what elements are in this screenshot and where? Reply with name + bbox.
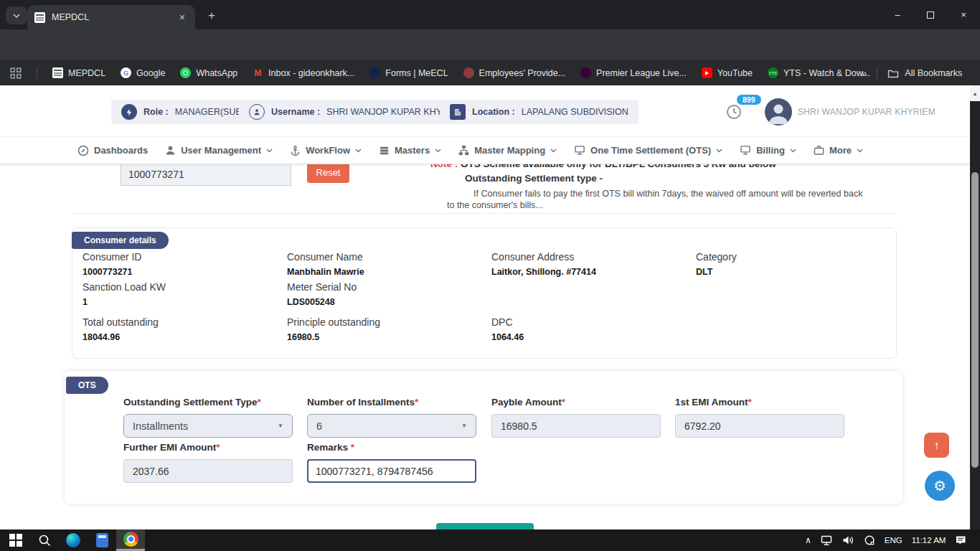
role-bolt-icon <box>121 104 137 120</box>
taskbar-edge-button[interactable] <box>59 529 88 551</box>
bookmark-item[interactable]: WhatsApp <box>180 67 237 78</box>
select-caret-icon: ▼ <box>278 423 283 429</box>
new-tab-button[interactable]: + <box>204 8 220 24</box>
apps-grid-icon[interactable] <box>10 67 22 79</box>
ots-monitor-icon <box>574 145 585 156</box>
field-meter-serial: Meter Serial NoLDS005248 <box>287 281 357 307</box>
chevron-down-icon <box>550 149 557 153</box>
bookmarks-divider <box>37 67 37 80</box>
note-line4: to the consumer's bills... <box>447 200 543 210</box>
role-label: Role : <box>143 107 169 117</box>
more-briefcase-icon <box>814 145 824 156</box>
browser-tab[interactable]: MEPDCL × <box>27 5 195 29</box>
field-total-outstanding: Total outstanding18044.96 <box>83 316 159 342</box>
all-bookmarks-button[interactable]: All Bookmarks <box>887 68 962 78</box>
yts-favicon-icon: YTS <box>768 67 778 78</box>
bookmarks-row: MEPDCL GGoogle WhatsApp MInbox - gideonk… <box>10 60 870 85</box>
settings-fab-button[interactable]: ⚙ <box>925 471 955 501</box>
settlement-type-label: Outstanding Settlement Type* <box>123 397 261 408</box>
select-caret-icon: ▼ <box>461 423 467 429</box>
field-consumer-address: Consuner AddressLaitkor, Shillong. #7741… <box>491 251 596 277</box>
field-consumer-name: Consumer NameManbhalin Mawrie <box>287 251 364 277</box>
start-button[interactable] <box>1 529 30 551</box>
meet-now-icon[interactable] <box>864 534 875 546</box>
language-indicator[interactable]: ENG <box>885 536 903 545</box>
action-center-icon[interactable] <box>955 534 967 546</box>
browser-titlebar: MEPDCL × + – × <box>0 0 980 29</box>
bookmark-item[interactable]: Forms | MeECL <box>369 67 448 78</box>
nav-item-masters[interactable]: Masters <box>379 145 441 156</box>
network-icon[interactable] <box>821 534 833 546</box>
location-pill: Location : LAPALANG SUBDIVISION <box>440 100 639 124</box>
bookmark-item[interactable]: YTSYTS - Watch & Dow... <box>768 67 870 78</box>
user-management-icon <box>165 145 176 156</box>
note-line2: Outstanding Settlement type - <box>465 173 603 184</box>
bookmarks-overflow-button[interactable]: » <box>861 67 867 79</box>
installments-label: Number of Installments* <box>307 397 418 408</box>
first-emi-label: 1st EMI Amount* <box>675 397 752 408</box>
reset-button[interactable]: Reset <box>307 161 349 183</box>
scrollbar-up-button[interactable]: ▲ <box>970 85 980 101</box>
bookmark-item[interactable]: MInbox - gideonkhark... <box>253 67 354 78</box>
field-dpc: DPC1064.46 <box>491 316 524 342</box>
nav-item-user-management[interactable]: User Management <box>165 145 273 156</box>
browser-toolbar: ← → mepdcl.ubs.ieasybill.com/OneTimeSett… <box>0 29 980 60</box>
further-emi-input[interactable] <box>123 459 293 483</box>
nav-item-more[interactable]: More <box>814 145 863 156</box>
nav-item-dashboards[interactable]: Dashboards <box>77 145 148 156</box>
tab-search-button[interactable] <box>6 6 27 24</box>
scrollbar-thumb[interactable] <box>971 172 979 468</box>
taskbar-calculator-button[interactable] <box>88 529 116 551</box>
consumer-details-badge: Consumer details <box>72 232 169 249</box>
bookmarks-divider <box>877 67 877 80</box>
bookmark-item[interactable]: GGoogle <box>121 67 165 78</box>
taskbar-chrome-button[interactable] <box>116 529 145 551</box>
consumer-details-card <box>72 227 897 359</box>
further-emi-label: Further EMI Amount* <box>123 442 220 453</box>
whatsapp-favicon-icon <box>180 67 191 78</box>
required-marker: * <box>216 442 220 453</box>
bookmark-item[interactable]: MEPDCL <box>52 67 105 78</box>
bookmark-item[interactable]: Premier League Live... <box>580 67 687 78</box>
first-emi-input[interactable] <box>675 414 844 438</box>
dashboards-icon <box>77 145 89 156</box>
history-clock-icon[interactable] <box>726 104 742 123</box>
tray-chevron-icon[interactable]: ∧ <box>805 535 811 545</box>
required-marker: * <box>562 397 565 408</box>
screen: MEPDCL × + – × ← → mepdcl.ubs.ieasybill.… <box>0 0 980 551</box>
payable-label: Payble Amount* <box>491 397 565 408</box>
chevron-down-icon <box>13 14 20 18</box>
divider <box>72 213 897 214</box>
nav-item-workflow[interactable]: WorkFlow <box>290 145 362 156</box>
location-building-icon <box>450 104 466 120</box>
location-value: LAPALANG SUBDIVISION <box>522 107 628 117</box>
settlement-type-select[interactable]: Installments▼ <box>123 414 293 438</box>
window-close-button[interactable]: × <box>947 0 980 29</box>
payable-amount-input[interactable] <box>491 414 661 438</box>
tab-close-icon[interactable]: × <box>176 11 188 24</box>
notification-count-badge: 899 <box>737 95 761 105</box>
bookmark-item[interactable]: YouTube <box>702 67 753 78</box>
remarks-input[interactable] <box>307 459 476 483</box>
volume-icon[interactable] <box>842 534 854 546</box>
consumer-id-input[interactable] <box>121 162 291 186</box>
scroll-to-top-button[interactable]: ↑ <box>924 433 949 458</box>
bookmark-item[interactable]: Employees' Provide... <box>463 67 566 78</box>
nav-item-master-mapping[interactable]: Master Mapping <box>458 145 557 156</box>
youtube-favicon-icon <box>702 67 712 78</box>
mepdcl-favicon-icon <box>52 67 63 78</box>
installments-select[interactable]: 6▼ <box>307 414 476 438</box>
masters-icon <box>379 146 390 156</box>
user-avatar[interactable] <box>765 98 792 126</box>
remarks-label: Remarks * <box>307 442 354 453</box>
taskbar-search-button[interactable] <box>30 529 59 551</box>
maximize-icon <box>927 11 934 19</box>
bookmarks-right-cluster: » All Bookmarks <box>861 60 962 85</box>
window-minimize-button[interactable]: – <box>881 0 914 29</box>
nav-item-ots[interactable]: One Time Settlement (OTS) <box>574 145 722 156</box>
clock[interactable]: 11:12 AM <box>912 536 946 545</box>
window-maximize-button[interactable] <box>914 0 947 29</box>
required-marker: * <box>258 397 261 408</box>
nav-item-billing[interactable]: Billing <box>740 145 796 156</box>
google-favicon-icon: G <box>121 67 131 78</box>
